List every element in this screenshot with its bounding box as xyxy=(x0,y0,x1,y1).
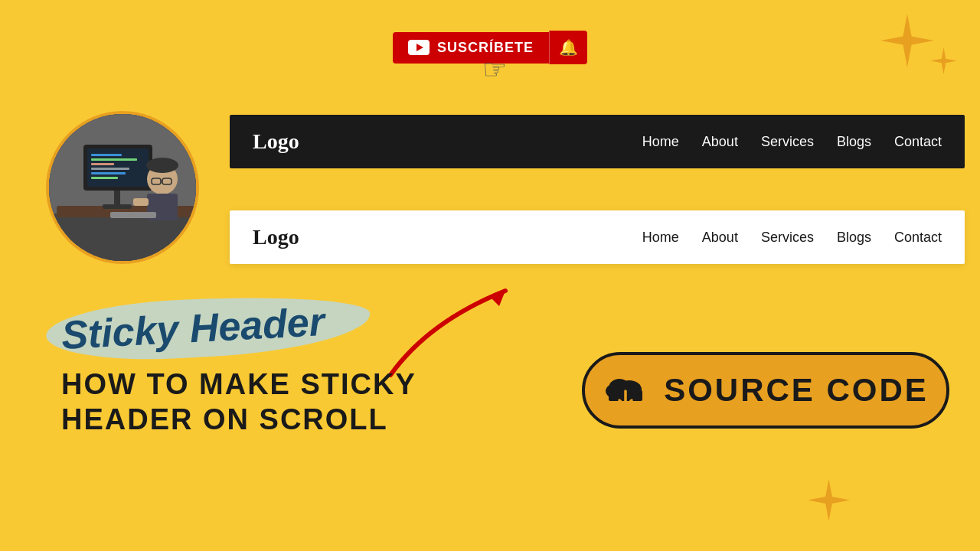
sticky-header-label: Sticky Header xyxy=(46,298,371,357)
subscribe-button[interactable]: SUSCRÍBETE xyxy=(393,32,549,64)
light-nav-services[interactable]: Services xyxy=(761,230,814,246)
svg-rect-7 xyxy=(49,214,196,261)
source-code-button[interactable]: SOURCE CODE xyxy=(582,352,949,429)
dark-nav-services[interactable]: Services xyxy=(761,134,814,150)
svg-point-23 xyxy=(146,158,178,173)
svg-marker-2 xyxy=(808,479,850,521)
youtube-icon xyxy=(408,40,430,55)
svg-rect-15 xyxy=(91,163,114,165)
light-nav-contact[interactable]: Contact xyxy=(894,230,942,246)
youtube-logo-icon xyxy=(408,40,430,55)
svg-marker-0 xyxy=(880,14,934,67)
svg-marker-1 xyxy=(930,47,957,74)
download-cloud-icon xyxy=(603,371,648,409)
star-decoration-bottom-right xyxy=(808,479,850,524)
svg-rect-18 xyxy=(91,177,118,179)
header-light: Logo Home About Services Blogs Contact xyxy=(230,210,965,264)
light-nav-home[interactable]: Home xyxy=(642,230,679,246)
dark-nav-about[interactable]: About xyxy=(702,134,738,150)
light-nav-about[interactable]: About xyxy=(702,230,738,246)
source-code-label: SOURCE CODE xyxy=(664,372,929,409)
avatar xyxy=(46,111,199,264)
avatar-scene xyxy=(49,114,196,261)
dark-nav-home[interactable]: Home xyxy=(642,134,679,150)
dark-header-logo: Logo xyxy=(253,129,299,154)
how-to-text: HOW TO MAKE STICKY HEADER ON SCROLL xyxy=(61,367,416,437)
svg-rect-16 xyxy=(91,168,129,170)
svg-rect-10 xyxy=(103,204,132,209)
star-icon xyxy=(880,14,934,67)
bell-icon: 🔔 xyxy=(559,39,578,56)
header-dark: Logo Home About Services Blogs Contact xyxy=(230,115,965,168)
person-at-desk-illustration xyxy=(49,114,196,261)
dark-header-nav: Home About Services Blogs Contact xyxy=(642,134,942,150)
svg-rect-26 xyxy=(110,212,156,218)
svg-rect-25 xyxy=(133,198,149,206)
star-icon-bottom xyxy=(808,479,850,521)
dark-nav-contact[interactable]: Contact xyxy=(894,134,942,150)
sticky-text: Sticky Header xyxy=(60,299,326,357)
dark-nav-blogs[interactable]: Blogs xyxy=(837,134,871,150)
cursor-hand: ☞ xyxy=(482,54,507,86)
svg-rect-17 xyxy=(91,172,126,174)
star-decoration-top-right xyxy=(880,14,934,70)
star-decoration-top-right-small xyxy=(930,47,957,77)
star-icon-small xyxy=(930,47,957,74)
bell-button[interactable]: 🔔 xyxy=(549,31,587,64)
light-header-logo: Logo xyxy=(253,225,299,249)
svg-rect-14 xyxy=(91,158,137,161)
how-to-line1: HOW TO MAKE STICKY xyxy=(61,367,416,403)
brush-stroke-bg: Sticky Header xyxy=(44,290,371,365)
how-to-line2: HEADER ON SCROLL xyxy=(61,403,416,438)
light-header-nav: Home About Services Blogs Contact xyxy=(642,230,942,246)
svg-rect-13 xyxy=(91,154,122,156)
light-nav-blogs[interactable]: Blogs xyxy=(837,230,871,246)
cloud-download-icon xyxy=(603,371,648,409)
